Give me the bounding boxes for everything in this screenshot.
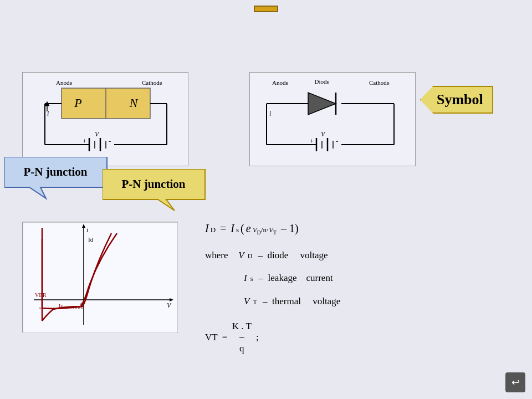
equation-1: ID = Is ( e VD/n⋅VT – 1): [205, 216, 521, 241]
equation-where: where VD – diode voltage: [205, 245, 521, 265]
equations-area: ID = Is ( e VD/n⋅VT – 1) where VD – diod…: [205, 216, 521, 359]
minus-label-right: -: [336, 137, 338, 145]
plus-label-right: +: [310, 137, 314, 145]
voltage-label-left: V: [95, 130, 100, 138]
cathode-label-r: Cathode: [369, 79, 390, 86]
page-title: [254, 6, 278, 12]
eq1-id: I: [205, 216, 209, 241]
pn-junction-svg: Anode Cathode P N + - V i: [23, 73, 189, 167]
n-label: N: [129, 96, 139, 110]
pn-callout-right: P-N junction: [103, 169, 213, 216]
id-label: Id: [88, 236, 94, 243]
diode-label: Diode: [315, 78, 330, 85]
vbr-label: VBR: [35, 292, 47, 298]
equation-is: Is – leakage current: [244, 268, 521, 288]
voltage-label-right: V: [321, 130, 326, 138]
diode-symbol-svg: Anode Cathode Diode + - V i: [250, 73, 416, 167]
intro-text: [22, 30, 510, 42]
pn-junction-diagram: Anode Cathode P N + - V i: [22, 72, 188, 166]
minus-label-left: -: [109, 137, 111, 145]
diode-symbol-diagram: Anode Cathode Diode + - V i: [249, 72, 416, 166]
current-label-right: i: [269, 110, 271, 117]
pn-callout-left: P-N junction: [4, 157, 115, 203]
pn-left-text: P-N junction: [24, 165, 88, 178]
symbol-callout: Symbol: [420, 86, 493, 114]
iv-curve-svg: i Id V 0 VBR Is: [23, 222, 178, 333]
p-label: P: [74, 96, 81, 110]
equation-vt-formula: VT = K . T q ;: [205, 316, 521, 359]
plus-label-left: +: [83, 137, 86, 145]
navigation-icon[interactable]: ↩: [505, 372, 525, 392]
pn-right-text: P-N junction: [122, 177, 186, 191]
cathode-label: Cathode: [142, 79, 162, 86]
anode-label-r: Anode: [272, 79, 288, 86]
iv-curve-diagram: i Id V 0 VBR Is: [22, 222, 177, 332]
anode-label: Anode: [56, 79, 72, 86]
i-axis-label: i: [86, 226, 88, 234]
equation-vt: VT – thermal voltage: [244, 291, 521, 311]
svg-marker-15: [308, 93, 336, 115]
